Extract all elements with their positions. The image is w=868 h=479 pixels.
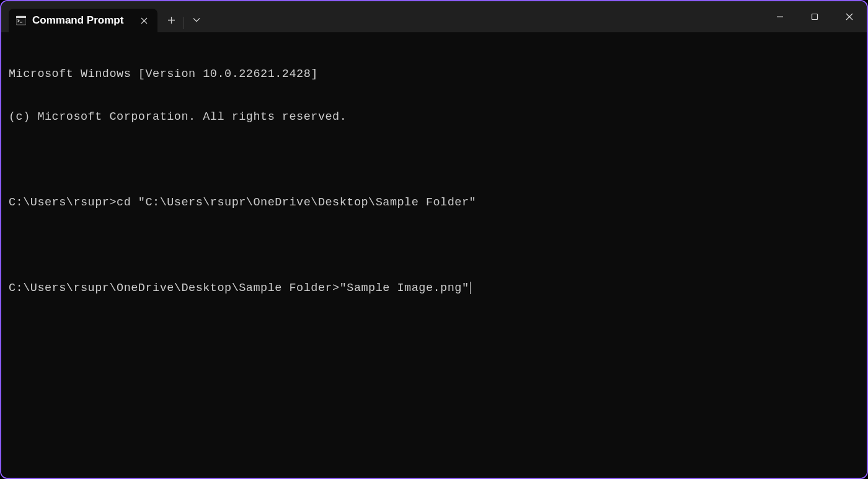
output-line bbox=[9, 238, 859, 253]
window-controls bbox=[763, 1, 867, 32]
svg-rect-4 bbox=[812, 14, 818, 20]
divider bbox=[184, 17, 184, 29]
current-command-line: C:\Users\rsupr\OneDrive\Desktop\Sample F… bbox=[9, 281, 859, 295]
prompt: C:\Users\rsupr\OneDrive\Desktop\Sample F… bbox=[9, 281, 340, 295]
minimize-button[interactable] bbox=[763, 1, 797, 32]
tab-command-prompt[interactable]: Command Prompt bbox=[9, 9, 157, 32]
maximize-icon bbox=[811, 13, 818, 20]
minimize-icon bbox=[776, 13, 784, 20]
tab-dropdown-button[interactable] bbox=[185, 9, 208, 31]
tabs-area: Command Prompt bbox=[1, 1, 157, 32]
cursor bbox=[470, 282, 471, 294]
tab-actions bbox=[157, 1, 208, 32]
close-icon bbox=[846, 13, 853, 20]
chevron-down-icon bbox=[193, 17, 200, 22]
svg-rect-1 bbox=[16, 16, 26, 18]
titlebar-drag-area[interactable] bbox=[208, 1, 763, 32]
terminal-output[interactable]: Microsoft Windows [Version 10.0.22621.24… bbox=[1, 32, 867, 478]
output-line: Microsoft Windows [Version 10.0.22621.24… bbox=[9, 67, 859, 81]
command-prompt-icon bbox=[16, 16, 26, 25]
close-window-button[interactable] bbox=[832, 1, 867, 32]
terminal-window: Command Prompt bbox=[1, 1, 867, 478]
close-icon bbox=[141, 17, 148, 24]
tab-title: Command Prompt bbox=[32, 14, 125, 27]
tab-close-button[interactable] bbox=[136, 13, 151, 28]
output-line bbox=[9, 153, 859, 167]
command-input[interactable]: "Sample Image.png" bbox=[340, 281, 469, 295]
output-line: (c) Microsoft Corporation. All rights re… bbox=[9, 110, 859, 124]
output-line: C:\Users\rsupr>cd "C:\Users\rsupr\OneDri… bbox=[9, 195, 859, 210]
plus-icon bbox=[167, 16, 175, 24]
maximize-button[interactable] bbox=[797, 1, 832, 32]
titlebar: Command Prompt bbox=[1, 1, 867, 32]
new-tab-button[interactable] bbox=[160, 9, 182, 31]
